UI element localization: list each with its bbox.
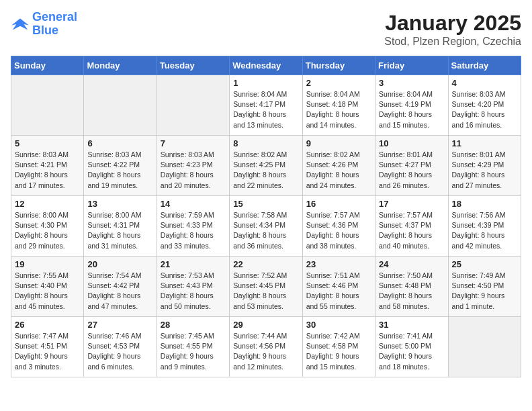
day-info: Sunrise: 8:01 AM Sunset: 4:27 PM Dayligh…: [379, 150, 444, 191]
calendar-cell: [157, 75, 229, 136]
calendar-cell: 15Sunrise: 7:58 AM Sunset: 4:34 PM Dayli…: [230, 196, 302, 257]
day-info: Sunrise: 8:01 AM Sunset: 4:29 PM Dayligh…: [452, 150, 517, 191]
calendar-week-5: 26Sunrise: 7:47 AM Sunset: 4:51 PM Dayli…: [11, 317, 521, 377]
weekday-row: SundayMondayTuesdayWednesdayThursdayFrid…: [11, 56, 521, 75]
day-info: Sunrise: 8:02 AM Sunset: 4:26 PM Dayligh…: [306, 150, 371, 191]
day-info: Sunrise: 8:04 AM Sunset: 4:18 PM Dayligh…: [306, 89, 371, 130]
weekday-header-friday: Friday: [375, 56, 448, 75]
calendar-cell: 26Sunrise: 7:47 AM Sunset: 4:51 PM Dayli…: [11, 317, 84, 377]
weekday-header-sunday: Sunday: [11, 56, 84, 75]
calendar-cell: 21Sunrise: 7:53 AM Sunset: 4:43 PM Dayli…: [157, 257, 229, 317]
day-info: Sunrise: 7:51 AM Sunset: 4:46 PM Dayligh…: [306, 271, 371, 312]
calendar-table: SundayMondayTuesdayWednesdayThursdayFrid…: [11, 56, 521, 377]
weekday-header-saturday: Saturday: [448, 56, 521, 75]
weekday-header-thursday: Thursday: [302, 56, 375, 75]
day-info: Sunrise: 8:03 AM Sunset: 4:20 PM Dayligh…: [452, 89, 517, 130]
day-number: 31: [379, 320, 444, 330]
calendar-cell: 10Sunrise: 8:01 AM Sunset: 4:27 PM Dayli…: [375, 136, 448, 196]
calendar-cell: 19Sunrise: 7:55 AM Sunset: 4:40 PM Dayli…: [11, 257, 84, 317]
calendar-cell: 1Sunrise: 8:04 AM Sunset: 4:17 PM Daylig…: [230, 75, 302, 136]
calendar-cell: 12Sunrise: 8:00 AM Sunset: 4:30 PM Dayli…: [11, 196, 84, 257]
day-number: 22: [233, 259, 298, 269]
day-number: 7: [161, 138, 226, 148]
day-number: 27: [87, 320, 152, 330]
day-number: 10: [379, 138, 444, 148]
calendar-cell: 23Sunrise: 7:51 AM Sunset: 4:46 PM Dayli…: [302, 257, 375, 317]
day-info: Sunrise: 7:42 AM Sunset: 4:58 PM Dayligh…: [306, 331, 371, 372]
calendar-header: SundayMondayTuesdayWednesdayThursdayFrid…: [11, 56, 521, 75]
day-number: 30: [306, 320, 371, 330]
calendar-cell: 7Sunrise: 8:03 AM Sunset: 4:23 PM Daylig…: [157, 136, 229, 196]
weekday-header-monday: Monday: [84, 56, 157, 75]
day-info: Sunrise: 7:59 AM Sunset: 4:33 PM Dayligh…: [161, 210, 226, 251]
day-number: 25: [452, 259, 517, 269]
day-number: 16: [306, 199, 371, 209]
day-number: 24: [379, 259, 444, 269]
calendar-cell: 14Sunrise: 7:59 AM Sunset: 4:33 PM Dayli…: [157, 196, 229, 257]
day-info: Sunrise: 7:55 AM Sunset: 4:40 PM Dayligh…: [15, 271, 80, 312]
day-number: 8: [233, 138, 298, 148]
day-info: Sunrise: 7:44 AM Sunset: 4:56 PM Dayligh…: [233, 331, 298, 372]
day-number: 12: [15, 199, 80, 209]
calendar-week-2: 5Sunrise: 8:03 AM Sunset: 4:21 PM Daylig…: [11, 136, 521, 196]
day-number: 18: [452, 199, 517, 209]
day-info: Sunrise: 7:41 AM Sunset: 5:00 PM Dayligh…: [379, 331, 444, 372]
day-info: Sunrise: 8:03 AM Sunset: 4:22 PM Dayligh…: [87, 150, 152, 191]
calendar-cell: [84, 75, 157, 136]
day-number: 2: [306, 78, 371, 88]
calendar-subtitle: Stod, Plzen Region, Czechia: [384, 36, 521, 48]
day-info: Sunrise: 8:03 AM Sunset: 4:23 PM Dayligh…: [161, 150, 226, 191]
day-number: 11: [452, 138, 517, 148]
calendar-cell: 16Sunrise: 7:57 AM Sunset: 4:36 PM Dayli…: [302, 196, 375, 257]
day-number: 4: [452, 78, 517, 88]
weekday-header-wednesday: Wednesday: [230, 56, 302, 75]
calendar-week-1: 1Sunrise: 8:04 AM Sunset: 4:17 PM Daylig…: [11, 75, 521, 136]
day-number: 9: [306, 138, 371, 148]
calendar-cell: [448, 317, 521, 377]
calendar-cell: 25Sunrise: 7:49 AM Sunset: 4:50 PM Dayli…: [448, 257, 521, 317]
calendar-cell: 27Sunrise: 7:46 AM Sunset: 4:53 PM Dayli…: [84, 317, 157, 377]
day-info: Sunrise: 7:45 AM Sunset: 4:55 PM Dayligh…: [161, 331, 226, 372]
calendar-cell: 5Sunrise: 8:03 AM Sunset: 4:21 PM Daylig…: [11, 136, 84, 196]
day-info: Sunrise: 7:57 AM Sunset: 4:37 PM Dayligh…: [379, 210, 444, 251]
calendar-cell: 2Sunrise: 8:04 AM Sunset: 4:18 PM Daylig…: [302, 75, 375, 136]
calendar-title: January 2025: [384, 11, 521, 36]
day-number: 13: [87, 199, 152, 209]
day-info: Sunrise: 8:04 AM Sunset: 4:19 PM Dayligh…: [379, 89, 444, 130]
calendar-cell: 28Sunrise: 7:45 AM Sunset: 4:55 PM Dayli…: [157, 317, 229, 377]
day-number: 15: [233, 199, 298, 209]
day-info: Sunrise: 8:03 AM Sunset: 4:21 PM Dayligh…: [15, 150, 80, 191]
day-info: Sunrise: 7:56 AM Sunset: 4:39 PM Dayligh…: [452, 210, 517, 251]
day-info: Sunrise: 7:49 AM Sunset: 4:50 PM Dayligh…: [452, 271, 517, 312]
calendar-cell: 29Sunrise: 7:44 AM Sunset: 4:56 PM Dayli…: [230, 317, 302, 377]
logo-text: General Blue: [32, 11, 77, 38]
day-number: 26: [15, 320, 80, 330]
day-number: 20: [87, 259, 152, 269]
calendar-cell: 31Sunrise: 7:41 AM Sunset: 5:00 PM Dayli…: [375, 317, 448, 377]
calendar-body: 1Sunrise: 8:04 AM Sunset: 4:17 PM Daylig…: [11, 75, 521, 377]
logo: General Blue: [11, 11, 77, 38]
calendar-cell: 6Sunrise: 8:03 AM Sunset: 4:22 PM Daylig…: [84, 136, 157, 196]
calendar-week-4: 19Sunrise: 7:55 AM Sunset: 4:40 PM Dayli…: [11, 257, 521, 317]
day-info: Sunrise: 8:00 AM Sunset: 4:30 PM Dayligh…: [15, 210, 80, 251]
day-info: Sunrise: 8:04 AM Sunset: 4:17 PM Dayligh…: [233, 89, 298, 130]
calendar-cell: 30Sunrise: 7:42 AM Sunset: 4:58 PM Dayli…: [302, 317, 375, 377]
calendar-cell: 9Sunrise: 8:02 AM Sunset: 4:26 PM Daylig…: [302, 136, 375, 196]
day-info: Sunrise: 7:53 AM Sunset: 4:43 PM Dayligh…: [161, 271, 226, 312]
calendar-cell: 24Sunrise: 7:50 AM Sunset: 4:48 PM Dayli…: [375, 257, 448, 317]
calendar-cell: 3Sunrise: 8:04 AM Sunset: 4:19 PM Daylig…: [375, 75, 448, 136]
day-number: 3: [379, 78, 444, 88]
day-number: 19: [15, 259, 80, 269]
day-number: 28: [161, 320, 226, 330]
day-info: Sunrise: 7:46 AM Sunset: 4:53 PM Dayligh…: [87, 331, 152, 372]
logo-icon: [11, 15, 30, 34]
calendar-cell: 4Sunrise: 8:03 AM Sunset: 4:20 PM Daylig…: [448, 75, 521, 136]
calendar-title-block: January 2025 Stod, Plzen Region, Czechia: [384, 11, 521, 48]
day-number: 6: [87, 138, 152, 148]
day-info: Sunrise: 8:02 AM Sunset: 4:25 PM Dayligh…: [233, 150, 298, 191]
day-info: Sunrise: 7:50 AM Sunset: 4:48 PM Dayligh…: [379, 271, 444, 312]
day-number: 21: [161, 259, 226, 269]
svg-marker-0: [11, 18, 28, 30]
day-number: 23: [306, 259, 371, 269]
day-info: Sunrise: 8:00 AM Sunset: 4:31 PM Dayligh…: [87, 210, 152, 251]
